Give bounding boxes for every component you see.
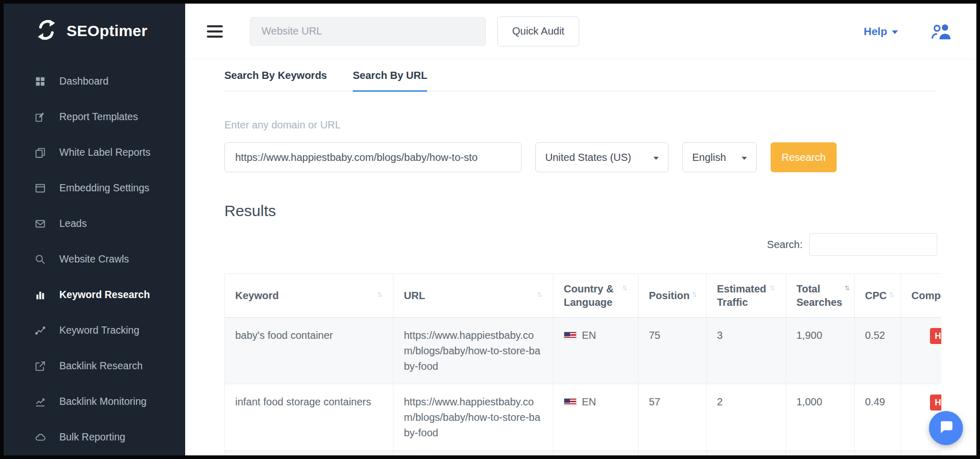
table-row: baby's food container https://www.happie…: [225, 318, 942, 384]
table-header-row: Keyword↑↓ URL↑↓ Country & Language↑↓ Pos…: [225, 274, 942, 318]
cell-cpc: 0.49: [855, 384, 901, 451]
sidebar: SEOptimer Dashboard Report Templates Whi…: [4, 4, 185, 455]
tab-search-by-url[interactable]: Search By URL: [353, 70, 428, 92]
hamburger-menu-icon[interactable]: [207, 25, 223, 38]
sidebar-item-dashboard[interactable]: Dashboard: [4, 63, 185, 99]
sidebar-item-label: Keyword Tracking: [59, 324, 139, 336]
country-select[interactable]: United States (US): [535, 142, 668, 172]
sort-icon: ↑↓: [889, 289, 894, 299]
column-header-competition[interactable]: Competition↑↓: [901, 274, 942, 318]
sort-icon: ↑↓: [537, 289, 543, 299]
column-header-keyword[interactable]: Keyword↑↓: [225, 274, 394, 318]
external-link-icon: [34, 359, 47, 373]
sidebar-item-website-crawls[interactable]: Website Crawls: [4, 241, 185, 277]
white-label-reports-icon: [34, 146, 47, 159]
cell-searches: 1,000: [786, 384, 855, 451]
cell-cpc: 0.49: [855, 451, 901, 456]
column-header-total-searches[interactable]: Total Searches↑↓: [786, 274, 855, 318]
website-url-input[interactable]: [250, 17, 486, 46]
language-select-value: English: [692, 152, 726, 163]
content-area: Search By Keywords Search By URL Enter a…: [185, 59, 976, 455]
line-chart-icon: [34, 395, 47, 408]
results-table-container: Keyword↑↓ URL↑↓ Country & Language↑↓ Pos…: [224, 273, 941, 455]
brand-name: SEOptimer: [67, 22, 148, 40]
sidebar-item-label: Embedding Settings: [59, 182, 150, 194]
seoptimer-logo-icon: [34, 17, 59, 45]
quick-audit-button[interactable]: Quick Audit: [497, 17, 579, 46]
tracking-icon: [34, 324, 47, 337]
sidebar-item-backlink-monitoring[interactable]: Backlink Monitoring: [4, 384, 185, 419]
sort-icon: ↑↓: [622, 282, 628, 292]
cell-cpc: 0.52: [855, 318, 901, 384]
sidebar-item-report-templates[interactable]: Report Templates: [4, 99, 185, 135]
sidebar-item-label: Dashboard: [59, 75, 108, 87]
chat-widget-button[interactable]: [929, 411, 963, 445]
table-row: infant food storage containers https://w…: [225, 384, 942, 451]
account-users-icon[interactable]: [930, 21, 954, 42]
cell-keyword: baby's food container: [225, 318, 394, 384]
cell-traffic: 2: [707, 384, 786, 451]
search-label: Search:: [767, 239, 803, 251]
results-table: Keyword↑↓ URL↑↓ Country & Language↑↓ Pos…: [224, 273, 941, 455]
cell-country-language: EN: [553, 318, 639, 384]
cell-traffic: 3: [707, 318, 786, 384]
language-select[interactable]: English: [682, 142, 757, 172]
cell-competition: H: [901, 318, 942, 384]
sidebar-item-label: Backlink Monitoring: [59, 396, 146, 407]
chevron-down-icon: [892, 30, 898, 34]
sidebar-item-label: Leads: [59, 218, 87, 230]
domain-url-input[interactable]: [224, 142, 521, 172]
table-row: frozen infant https://www.happiestbaby.c…: [225, 451, 942, 456]
brand-logo[interactable]: SEOptimer: [4, 4, 185, 58]
column-header-country-language[interactable]: Country & Language↑↓: [553, 274, 639, 318]
sort-icon: ↑↓: [377, 289, 383, 299]
cell-searches: 1,900: [786, 318, 855, 384]
column-header-estimated-traffic[interactable]: Estimated Traffic↑↓: [707, 274, 786, 318]
sort-icon: ↑↓: [770, 282, 775, 292]
main-area: Quick Audit Help Search By Keywords Sear…: [185, 4, 976, 455]
sidebar-item-bulk-reporting[interactable]: Bulk Reporting: [4, 419, 185, 455]
topbar: Quick Audit Help: [185, 4, 976, 59]
column-header-url[interactable]: URL↑↓: [394, 274, 553, 318]
embedding-settings-icon: [34, 182, 47, 195]
sidebar-item-backlink-research[interactable]: Backlink Research: [4, 348, 185, 384]
bar-chart-icon: [34, 288, 47, 302]
sidebar-item-white-label-reports[interactable]: White Label Reports: [4, 135, 185, 170]
cell-country-language: EN: [553, 451, 639, 456]
magnifier-icon: [34, 253, 47, 266]
us-flag-icon: [564, 332, 577, 339]
cell-position: 75: [639, 318, 707, 384]
tab-bar: Search By Keywords Search By URL: [224, 59, 937, 91]
report-templates-icon: [34, 110, 47, 124]
sidebar-item-keyword-tracking[interactable]: Keyword Tracking: [4, 313, 185, 348]
dashboard-icon: [34, 75, 47, 88]
cell-url: https://www.happiestbaby.com/blogs/baby/…: [394, 318, 553, 384]
tab-search-by-keywords[interactable]: Search By Keywords: [224, 70, 327, 91]
sidebar-item-keyword-research[interactable]: Keyword Research: [4, 277, 185, 313]
sidebar-item-embedding-settings[interactable]: Embedding Settings: [4, 170, 185, 206]
cell-searches: 480: [786, 451, 855, 456]
chevron-down-icon: [742, 157, 747, 160]
sidebar-item-label: Report Templates: [59, 111, 138, 123]
cell-url: https://www.happiestbaby.com/blogs/baby/…: [394, 451, 553, 456]
sidebar-item-label: Backlink Research: [59, 360, 142, 372]
column-header-cpc[interactable]: CPC↑↓: [855, 274, 901, 318]
sidebar-item-leads[interactable]: Leads: [4, 206, 185, 241]
country-select-value: United States (US): [545, 152, 631, 163]
table-search-input[interactable]: [809, 233, 937, 256]
research-button[interactable]: Research: [771, 142, 837, 172]
sidebar-item-label: Website Crawls: [59, 253, 129, 265]
competition-badge: H: [930, 395, 941, 411]
column-header-position[interactable]: Position↑↓: [639, 274, 707, 318]
sidebar-item-label: Keyword Research: [59, 289, 150, 301]
mail-icon: [34, 217, 47, 231]
app-window: SEOptimer Dashboard Report Templates Whi…: [0, 0, 980, 459]
research-form: United States (US) English Research: [224, 142, 937, 172]
table-search: Search:: [224, 233, 937, 256]
cloud-icon: [34, 431, 47, 444]
sidebar-item-label: Bulk Reporting: [59, 431, 125, 443]
sort-icon: ↑↓: [692, 289, 697, 299]
help-menu[interactable]: Help: [863, 25, 898, 38]
cell-competition: H: [901, 451, 942, 456]
chat-bubble-icon: [938, 419, 954, 437]
